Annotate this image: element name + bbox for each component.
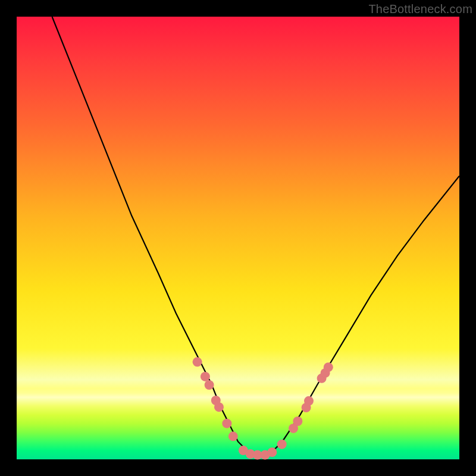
data-point bbox=[193, 357, 202, 367]
data-point bbox=[228, 431, 238, 441]
data-point bbox=[324, 362, 333, 372]
chart-frame bbox=[17, 17, 459, 459]
data-point bbox=[277, 440, 287, 449]
data-point bbox=[293, 416, 302, 426]
chart-svg bbox=[17, 17, 459, 459]
data-point bbox=[214, 402, 224, 412]
data-point bbox=[201, 372, 210, 381]
data-point bbox=[205, 380, 214, 390]
data-point bbox=[267, 447, 277, 457]
data-point bbox=[222, 419, 231, 428]
data-markers bbox=[193, 357, 333, 459]
data-point bbox=[304, 396, 314, 406]
bottleneck-curve bbox=[52, 17, 460, 455]
watermark-text: TheBottleneck.com bbox=[368, 2, 472, 16]
